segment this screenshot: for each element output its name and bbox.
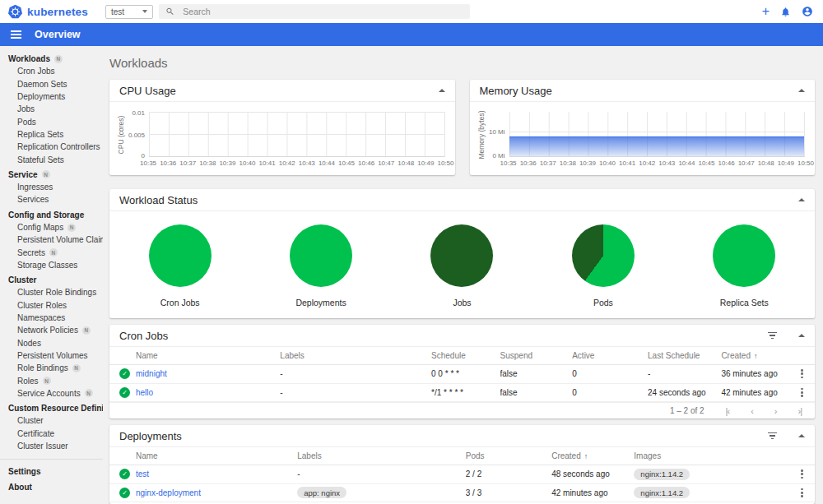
sidebar-item[interactable]: Service Accounts N [0,387,103,400]
column-header-active[interactable]: Active [572,351,648,360]
sidebar-item[interactable]: Cluster Role Bindings [0,286,103,298]
last-page-button[interactable]: ›| [797,406,802,416]
sidebar-entry: Deployments [0,90,103,103]
collapse-button[interactable] [439,89,445,92]
namespaced-badge: N [72,364,81,372]
sidebar-item[interactable]: Ingresses [0,181,103,193]
collapse-button[interactable] [798,434,805,437]
column-header-pods[interactable]: Pods [466,451,551,460]
card-title: Memory Usage [480,85,552,97]
sidebar-item[interactable]: Persistent Volumes [0,349,103,362]
first-page-button[interactable]: |‹ [726,406,730,416]
sidebar-item-label: Ingresses [17,183,53,192]
sidebar-item[interactable]: Storage Classes [0,259,103,271]
row-menu-button[interactable] [797,487,807,499]
column-header-images[interactable]: Images [634,451,788,460]
sidebar-item-label: Namespaces [17,313,65,322]
sidebar-item[interactable]: Service N [0,169,103,181]
resource-link[interactable]: hello [136,388,153,397]
sidebar-item-label: Cluster Role Bindings [17,288,96,297]
x-axis-tick: 10:40 [237,160,257,167]
sidebar-item[interactable]: Settings [0,465,103,478]
sidebar-item[interactable]: Replication Controllers [0,141,103,153]
sidebar-item[interactable]: Nodes [0,337,103,349]
pie-chart [713,224,775,287]
column-header-labels[interactable]: Labels [280,351,431,360]
collapse-button[interactable] [798,334,805,337]
namespaced-badge: N [42,170,50,178]
active-cell: 0 [572,388,648,397]
next-page-button[interactable]: › [774,406,777,416]
sidebar-item[interactable]: Cluster Roles [0,299,103,312]
sidebar-item[interactable]: Roles N [0,374,103,386]
sidebar-item[interactable]: About [0,481,103,493]
resource-link[interactable]: test [136,469,149,479]
column-header-suspend[interactable]: Suspend [500,351,573,360]
collapse-button[interactable] [798,89,805,92]
column-header-labels[interactable]: Labels [297,451,466,460]
sidebar-item[interactable]: Config and Storage [0,209,103,221]
x-axis-tick: 10:37 [538,160,558,167]
sidebar-item[interactable]: Network Policies N [0,324,103,336]
sidebar-item[interactable]: Namespaces [0,312,103,324]
sidebar-item[interactable]: Cluster [0,274,103,286]
kubernetes-logo[interactable]: kubernetes [0,4,99,20]
x-axis-tick: 10:45 [337,160,356,167]
sidebar-divider [0,459,103,460]
column-header-name[interactable]: Name [136,451,297,460]
sidebar-item-label: Daemon Sets [17,80,67,89]
search-input[interactable] [183,7,463,16]
sidebar-item[interactable]: Replica Sets [0,128,103,141]
sidebar-item[interactable]: Persistent Volume Claims N [0,234,103,246]
sidebar-entry: Config Maps N [0,221,103,234]
notifications-button[interactable] [780,7,791,17]
row-menu-button[interactable] [797,368,807,380]
chevron-down-icon [142,10,147,13]
sidebar-item-label: Stateful Sets [17,155,64,164]
collapse-button[interactable] [798,198,805,201]
sidebar-item-label: Services [17,195,49,204]
filter-icon[interactable] [766,431,779,442]
x-axis-tick: 10:43 [297,160,317,167]
row-menu-button[interactable] [797,386,807,399]
sidebar-item[interactable]: Config Maps N [0,221,103,234]
sidebar-item[interactable]: Cron Jobs [0,65,103,77]
sidebar-item[interactable]: Deployments [0,90,103,103]
column-header-schedule[interactable]: Schedule [431,351,500,360]
column-header-created[interactable]: Created↑ [551,451,634,460]
sidebar-item[interactable]: Daemon Sets [0,78,103,90]
x-axis-tick: 10:36 [518,160,538,167]
created-cell: 48 seconds ago [551,469,610,479]
resource-link[interactable]: midnight [136,369,167,378]
column-header-name[interactable]: Name [136,351,280,360]
sidebar-item[interactable]: Role Bindings N [0,362,103,374]
sidebar-item[interactable]: Jobs [0,103,103,115]
sidebar-entry: Role Bindings N [0,362,103,374]
account-button[interactable] [802,6,813,17]
menu-button[interactable] [8,28,24,41]
sidebar-item[interactable]: Certificate [0,428,103,440]
create-button[interactable]: + [762,6,770,17]
sidebar-item-label: About [8,483,32,492]
sidebar-item[interactable]: Cluster [0,414,103,427]
pie-chart [290,224,352,287]
resource-link[interactable]: nginx-deployment [136,488,201,497]
pie-chart [149,224,212,287]
sidebar-item[interactable]: Services [0,193,103,206]
filter-icon[interactable] [766,331,779,341]
sidebar-item[interactable]: Custom Resource Definitions [0,402,103,414]
sidebar-item[interactable]: Pods [0,115,103,127]
sidebar-entry: Persistent Volume Claims N [0,234,103,246]
row-menu-button[interactable] [797,468,807,480]
namespace-selector[interactable]: test [105,5,153,19]
created-cell: 42 minutes ago [551,488,607,497]
sidebar-item[interactable]: Secrets N [0,246,103,258]
search-bar[interactable] [159,4,470,19]
sidebar-item[interactable]: Stateful Sets [0,153,103,165]
column-header-created[interactable]: Created↑ [721,351,788,360]
previous-page-button[interactable]: ‹ [751,406,753,416]
namespaced-badge: N [82,326,91,335]
column-header-last-schedule[interactable]: Last Schedule [648,351,721,360]
sidebar-item[interactable]: Workloads N [0,53,103,65]
sidebar-item[interactable]: Cluster Issuer [0,440,103,452]
